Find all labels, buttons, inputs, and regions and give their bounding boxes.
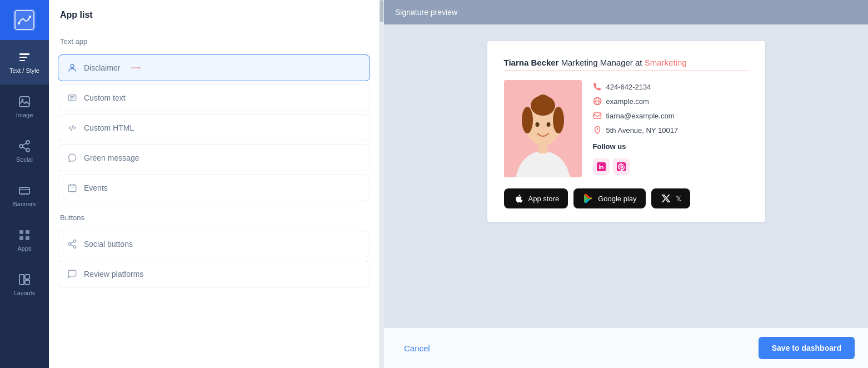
svg-rect-14 [19, 187, 29, 194]
scrollbar-thumb[interactable] [380, 0, 383, 22]
pinterest-icon [617, 162, 626, 171]
sig-phone: 424-642-2134 [606, 83, 651, 91]
svg-point-46 [553, 107, 564, 133]
sig-phone-row: 424-642-2134 [593, 82, 679, 91]
sidebar-item-social[interactable]: Social [0, 129, 49, 173]
sig-details: 424-642-2134 example.com [593, 80, 679, 177]
svg-rect-30 [68, 185, 76, 192]
custom-html-icon [67, 123, 77, 133]
sig-website-row: example.com [593, 97, 679, 106]
linkedin-badge[interactable] [593, 158, 610, 175]
pinterest-badge[interactable] [613, 158, 630, 175]
custom-text-icon [67, 93, 77, 103]
green-message-item[interactable]: Green message [58, 145, 370, 171]
svg-rect-18 [26, 236, 29, 240]
svg-point-3 [29, 16, 31, 18]
svg-point-10 [19, 145, 23, 148]
app-store-button[interactable]: App store [504, 188, 568, 208]
svg-point-9 [26, 141, 29, 144]
svg-line-29 [72, 126, 73, 131]
events-item[interactable]: Events [58, 175, 370, 201]
preview-content: Tiarna Becker Marketing Manager at Smark… [384, 24, 868, 327]
custom-html-label: Custom HTML [84, 123, 134, 132]
sig-title: Marketing Manager at [561, 58, 645, 67]
sidebar-item-label: Image [16, 112, 33, 118]
svg-point-47 [535, 122, 539, 127]
banners-icon [18, 184, 31, 197]
events-icon [67, 183, 77, 193]
svg-line-37 [71, 245, 73, 246]
custom-text-item[interactable]: Custom text [58, 84, 370, 111]
google-play-button[interactable]: Google play [573, 188, 645, 208]
signature-card: Tiarna Becker Marketing Manager at Smark… [487, 41, 765, 222]
text-app-section-title: Text app [49, 28, 379, 51]
save-to-dashboard-button[interactable]: Save to dashboard [759, 337, 855, 359]
svg-rect-17 [19, 236, 23, 240]
layouts-icon [18, 273, 31, 286]
apps-icon [18, 228, 31, 242]
svg-marker-24 [139, 67, 141, 68]
sig-company: Smarketing [645, 58, 687, 67]
disclaimer-icon [67, 63, 77, 73]
mail-icon [593, 111, 602, 120]
svg-point-36 [73, 246, 76, 248]
disclaimer-label: Disclaimer [84, 63, 120, 72]
social-buttons-label: Social buttons [84, 240, 133, 248]
scrollbar-track[interactable] [380, 0, 384, 368]
sig-name: Tiarna Becker [504, 58, 559, 67]
sidebar-item-label: Apps [17, 245, 31, 252]
sidebar-item-apps[interactable]: Apps [0, 218, 49, 262]
svg-point-11 [26, 148, 29, 152]
cancel-button[interactable]: Cancel [397, 339, 437, 357]
sig-address-row: 5th Avenue, NY 10017 [593, 126, 679, 135]
social-buttons-item[interactable]: Social buttons [58, 231, 370, 257]
svg-point-34 [73, 240, 76, 243]
image-icon [18, 95, 31, 108]
sig-divider [504, 71, 749, 71]
svg-point-44 [536, 95, 550, 108]
svg-rect-5 [19, 57, 27, 58]
svg-rect-19 [19, 275, 24, 285]
svg-rect-20 [25, 275, 29, 279]
sig-body: 424-642-2134 example.com [504, 80, 749, 177]
app-list-panel: App list Text app Disclaimer Custom text [49, 0, 380, 368]
signature-preview-header: Signature preview [384, 0, 868, 24]
sig-email-row: tiarna@example.com [593, 111, 679, 120]
review-platforms-item[interactable]: Review platforms [58, 261, 370, 287]
arrow-indicator [131, 63, 141, 73]
sig-email: tiarna@example.com [606, 112, 675, 120]
review-platforms-label: Review platforms [84, 270, 143, 279]
sidebar-item-image[interactable]: Image [0, 84, 49, 129]
google-play-icon [582, 193, 593, 204]
sidebar-item-text-style[interactable]: Text / Style [0, 40, 49, 84]
svg-rect-7 [19, 97, 29, 107]
svg-point-54 [596, 128, 598, 130]
svg-rect-16 [26, 230, 29, 234]
svg-line-38 [71, 242, 73, 243]
svg-rect-49 [538, 142, 547, 153]
red-arrow-icon [131, 63, 141, 73]
svg-point-48 [546, 122, 550, 127]
x-twitter-label: 𝕏 [676, 195, 681, 203]
svg-point-45 [522, 107, 533, 133]
custom-html-item[interactable]: Custom HTML [58, 115, 370, 141]
sig-social-icons [593, 158, 679, 175]
review-platforms-icon [67, 269, 77, 279]
x-twitter-button[interactable]: 𝕏 [651, 188, 690, 208]
sidebar-item-label: Layouts [14, 290, 36, 296]
disclaimer-item[interactable]: Disclaimer [58, 54, 370, 81]
apple-icon [513, 193, 524, 204]
app-store-label: App store [528, 195, 560, 203]
svg-point-8 [22, 99, 24, 101]
sig-address: 5th Avenue, NY 10017 [606, 126, 679, 135]
svg-point-2 [18, 22, 20, 24]
linkedin-icon [597, 162, 606, 171]
sig-photo-svg [504, 80, 582, 177]
globe-icon [593, 97, 602, 106]
sig-app-buttons: App store Google play [504, 188, 749, 208]
preview-panel: Signature preview Tiarna Becker Marketin… [384, 0, 868, 368]
sidebar-item-banners[interactable]: Banners [0, 173, 49, 218]
svg-rect-53 [593, 113, 601, 118]
custom-text-label: Custom text [84, 93, 126, 102]
sidebar-item-layouts[interactable]: Layouts [0, 262, 49, 307]
